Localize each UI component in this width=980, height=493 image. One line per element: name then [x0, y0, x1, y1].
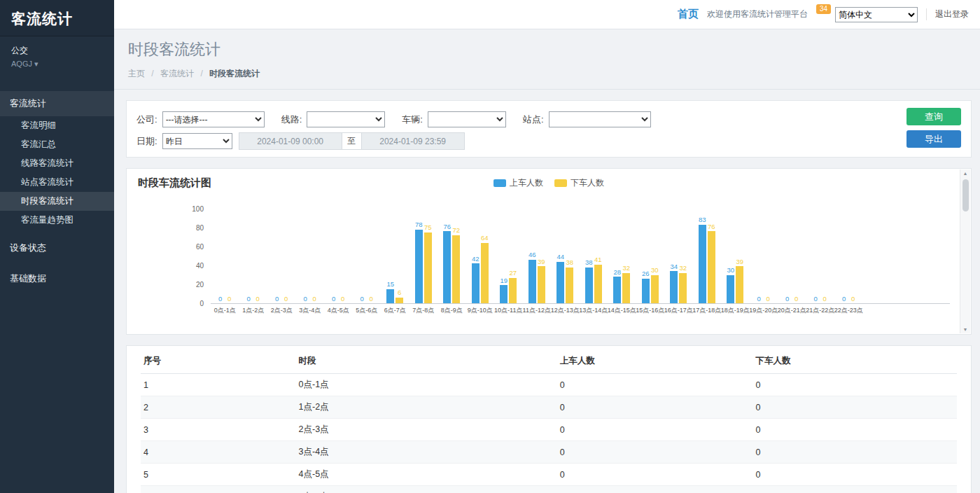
bar[interactable] [622, 273, 630, 303]
bar-value-label: 0 [360, 296, 364, 303]
breadcrumb-home[interactable]: 主页 [128, 69, 145, 78]
scrollbar-thumb[interactable] [962, 179, 969, 211]
data-table: 序号 时段 上车人数 下车人数 10点-1点0021点-2点0032点-3点00… [141, 349, 957, 493]
col-header-period: 时段 [296, 349, 557, 374]
logout-link[interactable]: 退出登录 [926, 8, 969, 20]
bar[interactable] [500, 285, 507, 303]
date-range-separator: 至 [342, 132, 361, 150]
bar-group: 0020点-21点 [778, 209, 806, 303]
bar-value-label: 0 [823, 296, 827, 303]
company-select[interactable]: ---请选择--- [162, 111, 265, 127]
breadcrumb-current: 时段客流统计 [209, 69, 260, 78]
bar[interactable] [443, 231, 451, 303]
station-select[interactable] [549, 111, 651, 127]
table-cell: 3 [141, 419, 296, 441]
sidebar-menu: 客流统计客流明细客流汇总线路客流统计站点客流统计时段客流统计客流量趋势图设备状态… [0, 91, 114, 291]
breadcrumb-section[interactable]: 客流统计 [160, 69, 194, 78]
bar-group: 0019点-20点 [750, 209, 778, 303]
bar[interactable] [538, 266, 545, 303]
x-axis-label: 3点-4点 [299, 306, 321, 315]
bar-value-label: 39 [538, 258, 545, 265]
query-button[interactable]: 查询 [906, 108, 961, 125]
sidebar-section[interactable]: 基础数据 [0, 266, 114, 291]
org-switcher[interactable]: AQGJ ▾ [0, 58, 114, 76]
bar[interactable] [679, 273, 687, 303]
table-header-row: 序号 时段 上车人数 下车人数 [141, 349, 957, 374]
sidebar-item[interactable]: 客流量趋势图 [0, 211, 114, 230]
bar-value-label: 44 [556, 254, 564, 261]
sidebar-section[interactable]: 客流统计 [0, 91, 114, 116]
bar[interactable] [415, 230, 423, 303]
bar[interactable] [481, 243, 489, 303]
bar-group: 384113点-14点 [580, 209, 608, 303]
filter-panel: 公司: ---请选择--- 线路: 车辆: 站点: 日期: 昨日 [126, 100, 972, 158]
chart-scrollbar[interactable]: ▲ ▼ [960, 169, 970, 333]
table-cell: 4 [141, 441, 296, 464]
bar[interactable] [424, 232, 432, 303]
bar[interactable] [472, 263, 479, 303]
table-cell: 3点-4点 [296, 441, 557, 464]
bar[interactable] [642, 279, 650, 303]
notification-badge[interactable]: 34 [816, 4, 831, 14]
sidebar-item[interactable]: 客流汇总 [0, 135, 114, 154]
bar[interactable] [736, 266, 743, 303]
bar[interactable] [585, 268, 593, 303]
x-axis-label: 2点-3点 [271, 306, 293, 315]
col-header-alighting: 下车人数 [752, 349, 957, 374]
data-table-panel: 序号 时段 上车人数 下车人数 10点-1点0021点-2点0032点-3点00… [126, 345, 972, 493]
sidebar-item[interactable]: 时段客流统计 [0, 192, 114, 211]
scrollbar-up-icon[interactable]: ▲ [963, 171, 968, 176]
bar-value-label: 38 [566, 259, 573, 266]
bar-value-label: 0 [794, 296, 798, 303]
table-row: 21点-2点00 [141, 396, 957, 419]
table-body: 10点-1点0021点-2点0032点-3点0043点-4点0054点-5点00… [141, 374, 957, 493]
col-header-index: 序号 [141, 349, 296, 374]
bar[interactable] [396, 298, 403, 303]
vehicle-select[interactable] [428, 111, 506, 127]
date-to-input[interactable] [361, 132, 465, 150]
language-select[interactable]: 简体中文 [835, 7, 918, 22]
bar-group: 463911点-12点 [523, 209, 552, 303]
date-preset-select[interactable]: 昨日 [162, 133, 232, 149]
scrollbar-down-icon[interactable]: ▼ [963, 327, 968, 332]
export-button[interactable]: 导出 [906, 130, 961, 148]
table-cell: 0 [752, 486, 957, 493]
bar-value-label: 32 [679, 265, 687, 272]
legend-item[interactable]: 上车人数 [493, 177, 543, 189]
legend-item[interactable]: 下车人数 [554, 177, 604, 189]
x-axis-label: 19点-20点 [749, 306, 778, 315]
bar[interactable] [386, 289, 394, 303]
table-cell: 0 [557, 441, 753, 464]
bar[interactable] [566, 268, 573, 303]
org-name: 公交 [0, 36, 114, 58]
bar-group: 263015点-16点 [636, 209, 665, 303]
bar-value-label: 28 [613, 269, 621, 276]
bar[interactable] [509, 278, 517, 303]
sidebar-item[interactable]: 站点客流统计 [0, 173, 114, 192]
bar[interactable] [708, 231, 715, 303]
bar[interactable] [452, 235, 460, 303]
org-code-label: AQGJ [11, 60, 32, 68]
sidebar-section[interactable]: 设备状态 [0, 235, 114, 261]
sidebar-item[interactable]: 客流明细 [0, 116, 114, 135]
bar-group: 004点-5点 [324, 209, 353, 303]
bar[interactable] [528, 260, 536, 303]
table-cell: 1 [141, 374, 296, 396]
bar-value-label: 0 [284, 296, 288, 303]
bar[interactable] [594, 265, 602, 303]
bar-value-label: 0 [218, 296, 222, 303]
bar-value-label: 0 [227, 296, 231, 303]
bar-value-label: 64 [481, 235, 489, 242]
bar[interactable] [727, 275, 734, 304]
sidebar-item[interactable]: 线路客流统计 [0, 154, 114, 173]
home-link[interactable]: 首页 [678, 8, 699, 21]
table-row: 65点-6点00 [141, 486, 957, 493]
bar[interactable] [699, 225, 706, 303]
y-axis-tick: 100 [192, 206, 204, 213]
bar[interactable] [670, 271, 678, 303]
line-select[interactable] [307, 111, 385, 127]
bar[interactable] [651, 275, 659, 304]
bar[interactable] [556, 262, 564, 303]
bar[interactable] [613, 277, 621, 303]
date-from-input[interactable] [239, 132, 342, 150]
